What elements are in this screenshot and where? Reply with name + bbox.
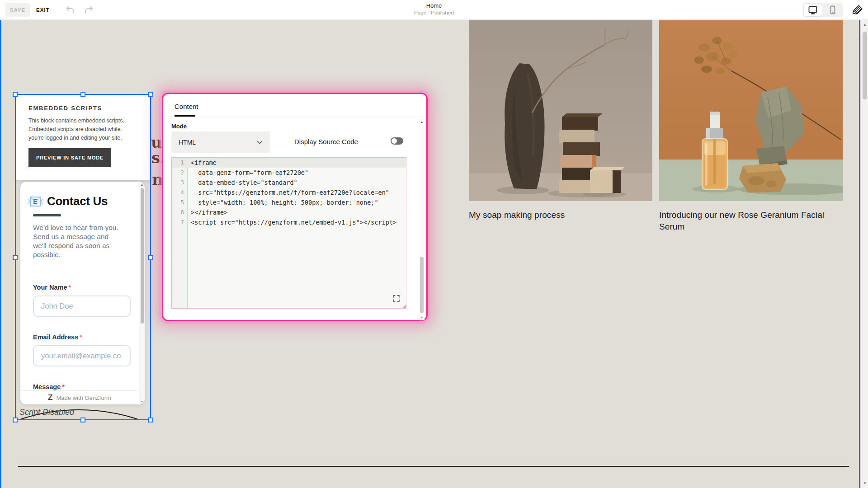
line-number: 7: [172, 217, 187, 227]
page-title: Home: [414, 2, 454, 9]
preview-safe-mode-button[interactable]: PREVIEW IN SAFE MODE: [28, 148, 111, 167]
mode-label: Mode: [171, 123, 187, 130]
blog-image-soap[interactable]: [469, 20, 652, 201]
chevron-down-icon: [257, 141, 263, 144]
line-number: 4: [172, 188, 187, 197]
form-heading: Contact Us: [47, 194, 108, 208]
made-with-text: Made with GenZform: [57, 394, 111, 401]
mode-dropdown-value: HTML: [179, 139, 196, 146]
scroll-up-icon[interactable]: ▲: [139, 183, 145, 186]
breadcrumb: Home Page · Published: [414, 2, 454, 15]
genzform-z-logo: Z: [48, 393, 52, 402]
page-scrollbar-thumb[interactable]: [863, 32, 867, 99]
embedded-scripts-block[interactable]: EMBEDDED SCRIPTS This block contains emb…: [15, 94, 151, 420]
undo-button[interactable]: [65, 5, 75, 15]
tab-content[interactable]: Content: [175, 103, 198, 110]
code-line[interactable]: 3 data-embed-style="standard": [172, 178, 406, 188]
selection-handle[interactable]: [148, 92, 153, 97]
blog-caption-serum[interactable]: Introducing our new Rose Geranium Facial…: [659, 209, 826, 232]
line-number: 1: [172, 158, 187, 168]
script-disabled-label: Script Disabled: [19, 408, 74, 417]
required-asterisk: *: [68, 284, 71, 291]
section-outline-right: [859, 20, 860, 488]
section-divider-line: [18, 466, 849, 467]
scroll-down-icon[interactable]: ▼: [139, 400, 145, 403]
display-source-code-label: Display Source Code: [294, 138, 358, 145]
form-scrollbar-thumb[interactable]: [141, 188, 144, 324]
selection-handle[interactable]: [13, 418, 18, 422]
serum-photo-illustration: [659, 20, 843, 201]
scroll-down-icon[interactable]: ▼: [419, 316, 425, 319]
line-number: 5: [172, 197, 187, 207]
selection-handle[interactable]: [148, 255, 153, 260]
section-outline-left: [0, 20, 1, 488]
selection-handle[interactable]: [13, 92, 18, 97]
blog-image-serum[interactable]: [659, 20, 843, 201]
editor-toolbar: SAVE EXIT Home Page · Published: [0, 0, 868, 20]
active-tab-underline: [175, 115, 195, 117]
fullscreen-icon: [392, 295, 400, 302]
contact-form-preview: E Contact Us We'd love to hear from you.…: [20, 182, 145, 404]
genzform-logo-icon: E: [27, 196, 43, 207]
form-scrollbar[interactable]: ▲ ▼: [139, 182, 145, 404]
site-styles-button[interactable]: [852, 4, 863, 16]
line-number: 2: [172, 168, 187, 178]
mode-dropdown[interactable]: HTML: [171, 131, 270, 153]
code-line[interactable]: 5 style="width: 100%; height: 500px; bor…: [172, 197, 406, 207]
redo-icon: [84, 5, 94, 14]
header-divider: [163, 117, 426, 117]
panel-body-text: This block contains embedded scripts. Em…: [28, 117, 135, 142]
mobile-icon: [828, 5, 838, 15]
soap-photo-illustration: [469, 20, 652, 201]
required-asterisk: *: [80, 333, 82, 341]
field-label-message: Message*: [33, 383, 65, 390]
code-line[interactable]: 2 data-genz-form="form-eaf2720e": [172, 168, 406, 178]
device-preview-toggle: [803, 3, 843, 17]
undo-icon: [65, 5, 75, 14]
display-source-code-toggle[interactable]: [391, 137, 403, 145]
name-input[interactable]: [33, 296, 131, 317]
save-button[interactable]: SAVE: [5, 3, 30, 17]
selection-handle[interactable]: [80, 92, 85, 97]
code-line[interactable]: 7 <script src="https://genzform.net/embe…: [172, 217, 406, 227]
field-label-email: Email Address*: [33, 333, 82, 341]
mobile-view-button[interactable]: [824, 4, 842, 16]
embedded-scripts-panel: EMBEDDED SCRIPTS This block contains emb…: [16, 95, 150, 180]
code-line[interactable]: 1 <iframe: [172, 158, 406, 168]
code-line[interactable]: 4 src="https://genzform.net/f/form-eaf27…: [172, 188, 406, 197]
panel-title: EMBEDDED SCRIPTS: [28, 105, 102, 112]
required-asterisk: *: [62, 383, 65, 390]
selection-handle[interactable]: [80, 418, 85, 422]
form-intro-text: We'd love to hear from you. Send us a me…: [33, 223, 123, 259]
svg-text:E: E: [33, 198, 37, 205]
modal-scrollbar[interactable]: ▲ ▼: [419, 119, 425, 320]
paintbrush-icon: [852, 4, 863, 15]
line-number: 6: [172, 207, 187, 217]
fullscreen-button[interactable]: [392, 295, 401, 304]
email-input[interactable]: [33, 345, 131, 366]
toggle-knob: [392, 138, 397, 144]
desktop-icon: [808, 5, 818, 15]
selection-handle[interactable]: [13, 255, 18, 260]
editor-resize-corner[interactable]: [402, 304, 406, 309]
scroll-up-icon[interactable]: ▲: [861, 23, 868, 27]
line-number: 3: [172, 178, 187, 188]
scroll-up-icon[interactable]: ▲: [419, 120, 425, 123]
code-editor[interactable]: 1 <iframe 2 data-genz-form="form-eaf2720…: [171, 157, 406, 309]
code-block-editor-modal: Content Mode HTML Display Source Code 1 …: [162, 93, 428, 321]
scroll-down-icon[interactable]: ▼: [861, 481, 868, 485]
modal-scrollbar-thumb[interactable]: [420, 257, 424, 313]
page-scrollbar[interactable]: ▲ ▼: [861, 20, 868, 488]
redo-button[interactable]: [84, 5, 94, 15]
desktop-view-button[interactable]: [804, 4, 822, 16]
page-status: Page · Published: [414, 10, 454, 15]
field-label-name: Your Name*: [33, 284, 71, 291]
blog-caption-soap[interactable]: My soap making process: [469, 209, 650, 221]
selection-handle[interactable]: [148, 418, 153, 422]
code-line[interactable]: 6 ></iframe>: [172, 207, 406, 217]
form-footer-branding[interactable]: Z Made with GenZform: [20, 390, 139, 404]
exit-button[interactable]: EXIT: [36, 3, 50, 17]
heading-underline: [33, 214, 61, 216]
